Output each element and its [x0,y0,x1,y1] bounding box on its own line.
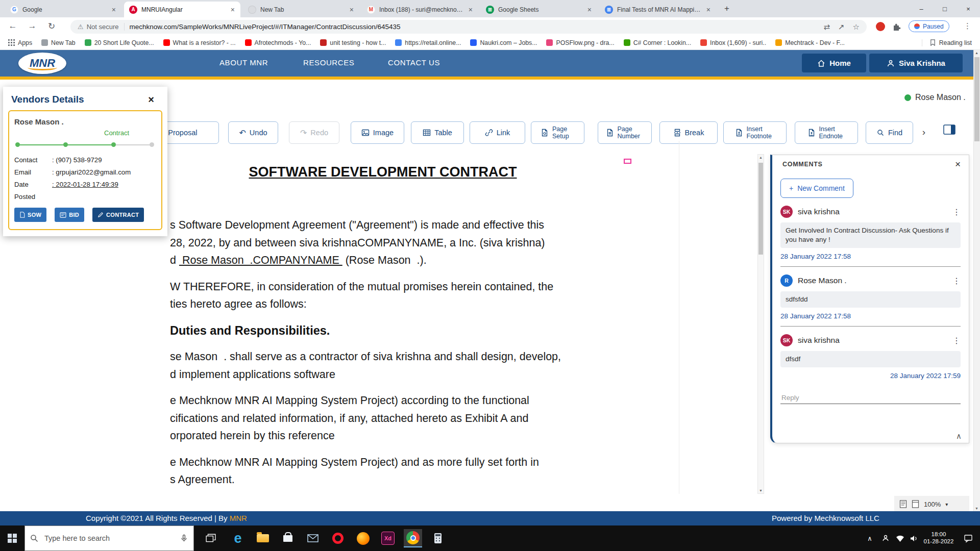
page-scroll-down-icon[interactable]: ▼ [974,507,979,510]
contract-button[interactable]: CONTRACT [92,208,144,222]
zoom-level[interactable]: 100% [924,500,941,508]
window-minimize-button[interactable]: – [910,0,933,17]
calculator-app-icon[interactable] [429,529,447,547]
toolbar-overflow-chevron-icon[interactable]: › [917,126,930,139]
new-comment-button[interactable]: + New Comment [780,179,853,198]
bookmark-item[interactable]: Afrotechmods - Yo... [245,39,311,46]
tab-gmail-inbox[interactable]: M Inbox (188) - suri@mechknowso × [362,2,478,17]
chrome-app-icon[interactable] [404,529,422,547]
start-button[interactable] [0,525,24,551]
page-scrollbar-thumb[interactable] [974,57,979,141]
reading-list[interactable]: Reading list [922,39,972,46]
tab-google-sheets[interactable]: ≣ Google Sheets × [481,2,597,17]
vendor-stage-slider[interactable] [15,142,155,148]
toolbar-insert-footnote-button[interactable]: Insert Footnote [723,121,787,144]
tab-close-icon[interactable]: × [348,6,355,14]
toolbar-insert-endnote-button[interactable]: Insert Endnote [795,121,858,144]
tab-close-icon[interactable]: × [229,6,236,14]
print-layout-icon[interactable] [899,500,907,508]
taskbar-search[interactable] [24,525,194,551]
search-input[interactable] [43,534,175,543]
document-body[interactable]: s Software Development Agreement ("Agree… [170,216,561,497]
sync-paused-badge[interactable]: Paused [909,20,949,32]
extensions-puzzle-icon[interactable] [892,22,901,33]
back-icon[interactable]: ← [6,21,19,31]
bookmark-item[interactable]: POSFlow.png - dra... [546,39,614,46]
comment-anchor-marker[interactable] [624,159,631,164]
bookmark-star-icon[interactable]: ☆ [853,22,860,32]
tab-google[interactable]: G Google × [5,2,121,17]
window-close-button[interactable]: × [957,0,980,17]
share-icon[interactable]: ↗ [838,22,845,32]
nav-about-mnr[interactable]: ABOUT MNR [219,58,268,67]
toolbar-table-button[interactable]: Table [411,121,464,144]
extension-icon[interactable] [876,22,885,31]
bookmark-item[interactable]: 20 Short Life Quote... [85,39,154,46]
toolbar-link-button[interactable]: Link [470,121,525,144]
store-app-icon[interactable] [279,529,297,547]
toolbar-find-button[interactable]: Find [866,121,913,144]
window-maximize-button[interactable]: □ [933,0,957,17]
clock[interactable]: 18:00 01-28-2022 [922,531,955,545]
mail-app-icon[interactable] [304,529,322,547]
vendors-close-icon[interactable]: × [148,94,154,106]
collapse-panel-chevron-icon[interactable]: ∧ [956,432,962,441]
bookmark-item[interactable]: Inbox (1,609) - suri.. [700,39,766,46]
notification-center-icon[interactable] [961,525,976,551]
tab-close-icon[interactable]: × [586,6,593,14]
slider-dot-sow[interactable] [15,142,20,147]
reply-input[interactable] [780,392,961,404]
comment-menu-icon[interactable]: ⋮ [952,207,961,217]
nav-resources[interactable]: RESOURCES [303,58,354,67]
network-icon[interactable] [893,525,906,551]
scroll-down-icon[interactable]: ▼ [758,489,764,492]
file-explorer-app-icon[interactable] [254,529,272,547]
tab-close-icon[interactable]: × [467,6,474,14]
document-scrollbar[interactable]: ▲ ▼ [757,154,764,494]
sow-button[interactable]: SOW [14,208,46,222]
security-label[interactable]: Not secure [87,23,119,31]
comments-close-icon[interactable]: × [955,159,961,170]
footer-brand-link[interactable]: MNR [230,514,247,522]
bookmark-item[interactable]: Mechtrack - Dev - F... [775,39,845,46]
bookmark-item[interactable]: https://retail.online... [395,39,461,46]
slider-dot-bid[interactable] [63,142,68,147]
comment-menu-icon[interactable]: ⋮ [952,276,961,286]
bookmark-item[interactable]: New Tab [41,39,76,46]
toolbar-page-setup-button[interactable]: Page Setup [531,121,584,144]
tab-google-docs[interactable]: ≣ Final Tests of MNR AI Mapping S × [600,2,716,17]
omnibox[interactable]: ⚠ Not secure mechknow.com/SampleWorks/MN… [70,20,867,34]
edge-app-icon[interactable]: e [229,529,247,547]
tab-close-icon[interactable]: × [110,6,117,14]
browser-menu-icon[interactable]: ⋮ [964,21,971,31]
firefox-app-icon[interactable] [354,529,372,547]
side-panel-toggle-icon[interactable] [943,124,955,137]
user-menu-button[interactable]: Siva Krishna [869,54,963,72]
tray-expand-chevron-icon[interactable]: ∧ [864,525,876,551]
microphone-icon[interactable] [180,534,188,543]
toolbar-redo-button[interactable]: ↷ Redo [289,121,339,144]
bookmark-item[interactable]: What is a resistor? - ... [163,39,236,46]
forward-icon[interactable]: → [26,21,39,31]
bid-button[interactable]: BID [55,208,84,222]
toolbar-image-button[interactable]: Image [351,121,404,144]
bookmark-item[interactable]: Naukri.com – Jobs... [470,39,537,46]
tray-people-icon[interactable] [879,525,892,551]
bookmark-item[interactable]: C# Corner : Lookin... [624,39,691,46]
opera-app-icon[interactable] [329,529,347,547]
toolbar-break-button[interactable]: Break [659,121,718,144]
slider-dot-contract[interactable] [111,142,116,147]
bookmark-item[interactable]: unit testing - how t... [320,39,386,46]
toolbar-page-number-button[interactable]: Page Number [598,121,652,144]
page-scrollbar[interactable]: ▲ ▼ [973,50,980,511]
url-text[interactable]: mechknow.com/SampleWorks/MNRLiveProject/… [130,23,401,31]
home-button[interactable]: Home [802,54,866,72]
tab-new-tab[interactable]: New Tab × [243,2,359,17]
volume-icon[interactable] [908,525,921,551]
zoom-caret-icon[interactable]: ▾ [945,502,948,507]
document-scrollbar-thumb[interactable] [758,163,763,255]
web-layout-icon[interactable] [912,500,919,508]
comment-menu-icon[interactable]: ⋮ [952,336,961,345]
reload-icon[interactable]: ↻ [45,21,58,32]
task-view-button[interactable] [202,530,219,546]
